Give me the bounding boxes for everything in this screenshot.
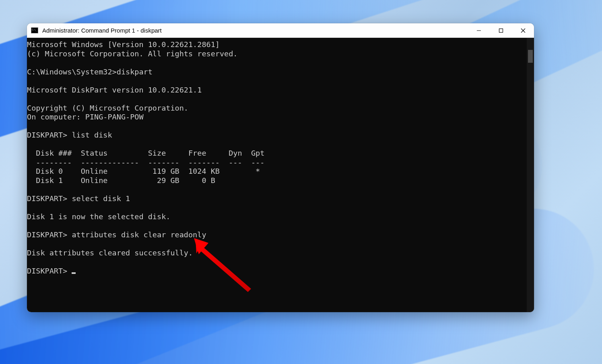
maximize-icon [499,28,503,33]
terminal-output[interactable]: Microsoft Windows [Version 10.0.22621.28… [27,38,527,312]
window-controls [468,23,534,38]
cursor [72,272,76,274]
window-title: Administrator: Command Prompt 1 - diskpa… [42,27,162,34]
scrollbar-thumb[interactable] [528,50,533,63]
minimize-button[interactable] [468,23,490,38]
close-icon [521,28,526,33]
scrollbar-track[interactable] [527,38,534,312]
minimize-icon [476,28,481,33]
terminal-area[interactable]: Microsoft Windows [Version 10.0.22621.28… [27,38,534,312]
close-button[interactable] [512,23,534,38]
svg-rect-1 [499,29,503,33]
cmd-icon [31,27,38,33]
titlebar[interactable]: Administrator: Command Prompt 1 - diskpa… [27,23,534,38]
maximize-button[interactable] [490,23,512,38]
cmd-window: Administrator: Command Prompt 1 - diskpa… [27,23,534,312]
